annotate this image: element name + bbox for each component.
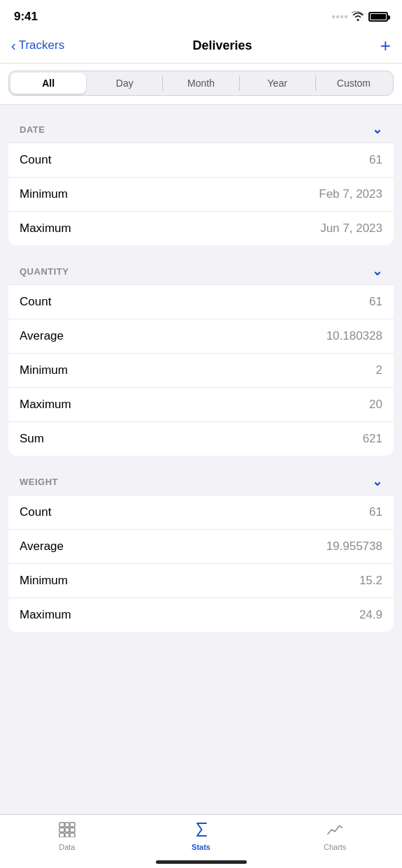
svg-rect-8: [70, 833, 75, 837]
date-minimum-value: Feb 7, 2023: [319, 187, 382, 201]
quantity-sum-value: 621: [363, 432, 382, 446]
status-icons: [332, 11, 388, 23]
weight-count-label: Count: [20, 505, 51, 519]
quantity-minimum-row: Minimum 2: [8, 353, 394, 387]
quantity-minimum-label: Minimum: [20, 363, 68, 377]
svg-rect-6: [59, 833, 64, 837]
stats-sigma-icon: [194, 822, 209, 840]
quantity-average-label: Average: [20, 329, 64, 343]
data-grid-icon: [59, 822, 76, 840]
svg-rect-7: [65, 833, 69, 837]
weight-section-header[interactable]: WEIGHT ⌄: [8, 468, 394, 495]
quantity-count-value: 61: [369, 295, 382, 309]
date-count-label: Count: [20, 153, 51, 167]
page-title: Deliveries: [192, 38, 252, 53]
svg-rect-1: [65, 823, 69, 827]
date-count-row: Count 61: [8, 143, 394, 177]
wifi-icon: [352, 11, 364, 23]
tab-charts-label: Charts: [324, 843, 346, 851]
weight-average-row: Average 19.955738: [8, 529, 394, 563]
add-button[interactable]: +: [380, 36, 391, 55]
seg-btn-all[interactable]: All: [10, 73, 86, 94]
quantity-maximum-value: 20: [369, 398, 382, 412]
quantity-chevron-icon[interactable]: ⌄: [372, 263, 382, 279]
date-chevron-icon[interactable]: ⌄: [372, 122, 382, 137]
weight-maximum-label: Maximum: [20, 608, 71, 622]
status-time: 9:41: [14, 10, 38, 24]
nav-bar: ‹ Trackers Deliveries +: [0, 31, 402, 64]
date-maximum-value: Jun 7, 2023: [320, 222, 382, 236]
weight-average-value: 19.955738: [326, 540, 382, 554]
quantity-count-label: Count: [20, 295, 51, 309]
signal-icon: [332, 15, 347, 18]
weight-count-row: Count 61: [8, 495, 394, 529]
tab-stats[interactable]: Stats: [134, 822, 268, 851]
svg-rect-4: [65, 828, 69, 832]
seg-btn-custom[interactable]: Custom: [316, 73, 392, 94]
svg-rect-0: [59, 823, 64, 827]
tab-data[interactable]: Data: [0, 822, 134, 851]
quantity-count-row: Count 61: [8, 284, 394, 319]
weight-section-label: WEIGHT: [20, 477, 58, 487]
weight-section: WEIGHT ⌄ Count 61 Average 19.955738 Mini…: [8, 468, 394, 632]
quantity-average-row: Average 10.180328: [8, 319, 394, 353]
status-bar: 9:41: [0, 0, 402, 31]
quantity-sum-row: Sum 621: [8, 421, 394, 456]
quantity-maximum-label: Maximum: [20, 398, 71, 412]
weight-average-label: Average: [20, 540, 64, 554]
quantity-sum-label: Sum: [20, 432, 44, 446]
date-count-value: 61: [369, 153, 382, 167]
date-section: DATE ⌄ Count 61 Minimum Feb 7, 2023 Maxi…: [8, 116, 394, 245]
weight-count-value: 61: [369, 505, 382, 519]
charts-icon: [326, 822, 343, 840]
svg-rect-3: [59, 828, 64, 832]
date-minimum-label: Minimum: [20, 187, 68, 201]
quantity-minimum-value: 2: [376, 363, 382, 377]
tab-data-label: Data: [59, 843, 75, 851]
main-content: DATE ⌄ Count 61 Minimum Feb 7, 2023 Maxi…: [0, 105, 402, 718]
date-maximum-label: Maximum: [20, 222, 71, 236]
quantity-section-header[interactable]: QUANTITY ⌄: [8, 258, 394, 284]
quantity-section: QUANTITY ⌄ Count 61 Average 10.180328 Mi…: [8, 258, 394, 456]
tab-charts[interactable]: Charts: [268, 822, 402, 851]
quantity-section-label: QUANTITY: [20, 266, 69, 277]
seg-btn-day[interactable]: Day: [87, 73, 162, 94]
weight-chevron-icon[interactable]: ⌄: [372, 474, 382, 489]
date-minimum-row: Minimum Feb 7, 2023: [8, 177, 394, 211]
battery-icon: [368, 12, 388, 22]
quantity-maximum-row: Maximum 20: [8, 387, 394, 421]
back-button[interactable]: ‹ Trackers: [11, 38, 64, 52]
weight-maximum-row: Maximum 24.9: [8, 598, 394, 632]
segmented-control-wrapper: All Day Month Year Custom: [0, 64, 402, 105]
back-label: Trackers: [19, 38, 65, 52]
segmented-control: All Day Month Year Custom: [8, 71, 394, 96]
date-section-header[interactable]: DATE ⌄: [8, 116, 394, 143]
home-indicator: [156, 860, 247, 864]
svg-rect-2: [70, 823, 75, 827]
date-maximum-row: Maximum Jun 7, 2023: [8, 211, 394, 245]
weight-minimum-label: Minimum: [20, 574, 68, 588]
svg-rect-5: [70, 828, 75, 832]
back-chevron-icon: ‹: [11, 38, 16, 52]
weight-minimum-value: 15.2: [359, 574, 382, 588]
date-section-label: DATE: [20, 124, 45, 135]
weight-maximum-value: 24.9: [359, 608, 382, 622]
seg-btn-year[interactable]: Year: [240, 73, 315, 94]
weight-minimum-row: Minimum 15.2: [8, 563, 394, 598]
quantity-average-value: 10.180328: [326, 329, 382, 343]
seg-btn-month[interactable]: Month: [163, 73, 238, 94]
tab-stats-label: Stats: [192, 843, 210, 851]
